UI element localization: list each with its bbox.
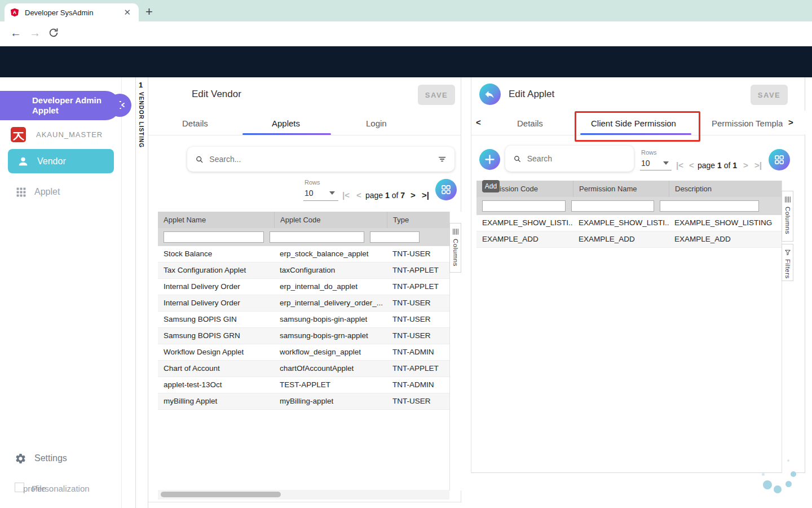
- cell: TNT-USER: [387, 393, 449, 409]
- screen: A Developer SysAdmin ✕ + ← → akaun.cloud…: [0, 0, 812, 508]
- applet-first-page-icon[interactable]: |<: [676, 160, 683, 170]
- sidebar-item-developer-admin-applet[interactable]: Developer Admin Applet: [0, 91, 120, 120]
- filter-input-applet-code[interactable]: [270, 231, 364, 243]
- sidebar-item-vendor[interactable]: Vendor: [8, 149, 114, 173]
- table-filter-row: [476, 197, 782, 215]
- vendor-search-input[interactable]: [208, 154, 437, 164]
- table-row[interactable]: EXAMPLE_SHOW_LISTI...EXAMPLE_SHOW_LISTI.…: [476, 215, 782, 231]
- table-header-row: Applet Name Applet Code Type: [158, 212, 449, 228]
- cell: Samsung BOPIS GRN: [158, 328, 274, 344]
- tab-vendor-applets[interactable]: Applets: [272, 119, 300, 128]
- settings-label: Settings: [34, 453, 67, 463]
- filter-input-permission-code[interactable]: [482, 200, 566, 212]
- cell: Tax Configuration Applet: [158, 262, 274, 278]
- plus-icon: [166, 154, 178, 165]
- applet-next-page-icon[interactable]: >: [743, 160, 748, 170]
- browser-tab[interactable]: A Developer SysAdmin ✕: [5, 3, 139, 21]
- tabs-scroll-left-icon[interactable]: <: [476, 117, 481, 127]
- applet-rows-per-page[interactable]: 10: [641, 159, 650, 168]
- table-row[interactable]: myBilling AppletmyBilling-appletTNT-USER: [158, 393, 449, 410]
- applet-save-button[interactable]: SAVE: [751, 85, 788, 105]
- column-header: Applet Name: [158, 212, 274, 228]
- sidebar-item-applet[interactable]: Applet: [16, 184, 60, 200]
- table-row[interactable]: Internal Delivery Ordererp_internal_do_a…: [158, 279, 449, 295]
- applet-last-page-icon[interactable]: >|: [754, 160, 762, 170]
- cell: Workflow Design Applet: [158, 344, 274, 360]
- vendor-prev-page-icon[interactable]: <: [356, 190, 361, 200]
- tabs-fade-cover: [783, 111, 805, 134]
- tab-applet-details[interactable]: Details: [517, 119, 543, 128]
- tab-title: Developer SysAdmin: [25, 8, 121, 17]
- cell: TNT-APPLET: [387, 361, 449, 376]
- forward-icon[interactable]: →: [29, 27, 41, 40]
- table-row[interactable]: Samsung BOPIS GINsamsung-bopis-gin-apple…: [158, 312, 449, 328]
- applet-add-button[interactable]: [479, 149, 500, 170]
- rows-select-underline: [640, 170, 672, 170]
- tab-close-icon[interactable]: ✕: [121, 7, 133, 17]
- cell: TNT-APPLET: [387, 262, 449, 278]
- of-word: of: [392, 191, 399, 200]
- table-row[interactable]: Stock Balanceerp_stock_balance_appletTNT…: [158, 246, 449, 262]
- column-header: Permission Name: [573, 181, 669, 197]
- annotation-red-box: [575, 111, 700, 142]
- filter-input-applet-name[interactable]: [164, 231, 264, 243]
- sidebar-item-settings[interactable]: Settings: [15, 451, 67, 466]
- rows-dropdown-caret-icon[interactable]: [329, 191, 335, 195]
- vendor-save-button[interactable]: SAVE: [418, 85, 455, 105]
- reload-icon[interactable]: [47, 27, 60, 39]
- page-current: 1: [717, 161, 722, 170]
- cell: TNT-USER: [387, 295, 449, 311]
- applet-prev-page-icon[interactable]: <: [689, 160, 694, 170]
- vendor-search-box: [187, 147, 454, 172]
- table-row[interactable]: Samsung BOPIS GRNsamsung-bopis-grn-apple…: [158, 328, 449, 344]
- tab-vendor-details[interactable]: Details: [182, 119, 208, 128]
- filter-list-icon[interactable]: [438, 154, 447, 164]
- tabs-scroll-right-icon[interactable]: >: [788, 117, 793, 127]
- table-row[interactable]: applet-test-13OctTEST-APPLETTNT-ADMIN: [158, 377, 449, 393]
- back-icon[interactable]: ←: [10, 27, 21, 40]
- columns-tab-label: Columns: [452, 239, 459, 266]
- page-total: 7: [400, 191, 405, 200]
- cell: TNT-ADMIN: [387, 344, 449, 360]
- applet-search-input[interactable]: [526, 154, 626, 164]
- vendor-hscrollbar-track[interactable]: [158, 490, 449, 500]
- angular-favicon-icon: A: [10, 8, 19, 17]
- rows-dropdown-caret-icon[interactable]: [663, 161, 669, 165]
- vendor-listing-label: VENDOR LISTING: [138, 92, 144, 148]
- vendor-columns-side-tab[interactable]: Columns: [449, 223, 461, 273]
- vendor-first-page-icon[interactable]: |<: [342, 190, 350, 200]
- table-filter-row: [158, 228, 449, 246]
- browser-tab-strip: A Developer SysAdmin ✕ +: [0, 0, 812, 21]
- tab-vendor-login[interactable]: Login: [366, 119, 387, 128]
- table-row[interactable]: Tax Configuration ApplettaxConfiguration…: [158, 262, 449, 279]
- column-header: Applet Code: [274, 212, 387, 228]
- applet-view-grid-button[interactable]: [769, 149, 790, 170]
- rows-select-underline: [303, 200, 338, 201]
- applet-search-box: [505, 146, 634, 172]
- applet-columns-side-tab[interactable]: Columns: [782, 191, 793, 242]
- cell: TNT-USER: [387, 328, 449, 344]
- table-row[interactable]: Workflow Design Appletworkflow_design_ap…: [158, 344, 449, 361]
- personalization-label[interactable]: Personalization: [32, 484, 90, 493]
- vendor-next-page-icon[interactable]: >: [411, 190, 416, 200]
- table-row[interactable]: Internal Delivery Ordererp_internal_deli…: [158, 295, 449, 312]
- filter-input-type[interactable]: [370, 231, 420, 243]
- vendor-rows-per-page[interactable]: 10: [304, 189, 314, 198]
- vendor-last-page-icon[interactable]: >|: [422, 190, 429, 200]
- table-row[interactable]: Chart of AccountchartOfAccountAppletTNT-…: [158, 361, 449, 377]
- vendor-hscrollbar-thumb[interactable]: [161, 492, 281, 497]
- vendor-back-button[interactable]: [161, 84, 183, 105]
- filter-input-description[interactable]: [660, 200, 759, 212]
- sidebar-item-akaun-master[interactable]: AKAUN_MASTER: [11, 125, 103, 143]
- cell: EXAMPLE_SHOW_LISTI...: [476, 215, 573, 231]
- new-tab-button[interactable]: +: [145, 5, 153, 19]
- applet-back-button[interactable]: [479, 84, 501, 105]
- vendor-add-button[interactable]: [161, 149, 182, 170]
- tab-permission-template[interactable]: Permission Templa: [712, 119, 783, 128]
- vendor-view-grid-button[interactable]: [435, 179, 457, 200]
- filters-tab-label: Filters: [784, 259, 791, 279]
- table-row[interactable]: EXAMPLE_ADDEXAMPLE_ADDEXAMPLE_ADD: [476, 231, 782, 248]
- vendor-active-tab-underline: [242, 133, 331, 135]
- filter-input-permission-name[interactable]: [571, 200, 654, 212]
- applet-filters-side-tab[interactable]: Filters: [782, 244, 793, 281]
